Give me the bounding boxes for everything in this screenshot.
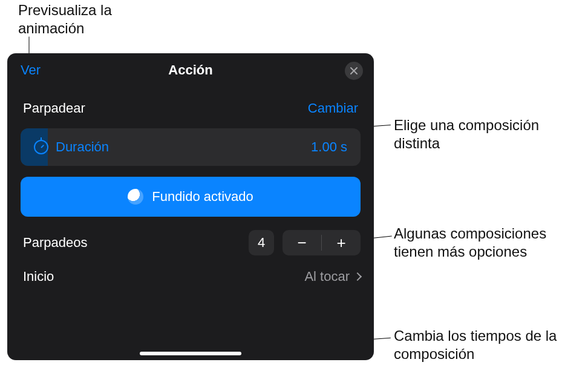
fade-option-label: Fundido activado [152,189,253,205]
duration-label: Duración [56,139,109,155]
blinks-value: 4 [249,230,274,255]
preview-button[interactable]: Ver [21,62,41,78]
duration-slider[interactable]: Duración 1.00 s [21,128,361,166]
duration-value: 1.00 s [311,139,347,155]
stage: Previsualiza la animación Elige una comp… [0,0,588,365]
panel-header: Ver Acción [7,53,374,87]
action-panel: Ver Acción Parpadear Cambiar Duración 1.… [7,53,374,360]
increment-button[interactable]: + [322,230,361,255]
close-button[interactable] [345,62,363,80]
fade-icon [128,189,143,205]
duration-label-group: Duración [34,139,109,155]
decrement-button[interactable]: − [283,230,321,255]
blinks-controls: 4 − + [249,230,361,255]
start-value-group: Al tocar [304,269,361,284]
blinks-label: Parpadeos [23,235,87,251]
start-value: Al tocar [304,269,350,284]
change-effect-button[interactable]: Cambiar [308,100,358,116]
home-indicator [140,352,241,355]
fade-option-button[interactable]: Fundido activado [21,177,361,217]
effect-name: Parpadear [23,100,85,116]
effect-row: Parpadear Cambiar [7,87,374,125]
stopwatch-icon [34,140,48,154]
annotation-options: Algunas composiciones tienen más opcione… [394,225,588,261]
blinks-stepper: − + [283,230,361,255]
annotation-change: Elige una composición distinta [394,116,588,153]
blinks-row: Parpadeos 4 − + [7,217,374,255]
chevron-right-icon [353,272,362,281]
annotation-preview: Previsualiza la animación [18,1,151,38]
close-icon [350,67,358,74]
annotation-timing: Cambia los tiempos de la composición [394,327,588,363]
duration-card: Duración 1.00 s [21,128,361,166]
panel-title: Acción [168,62,212,78]
start-label: Inicio [23,269,54,284]
start-row[interactable]: Inicio Al tocar [7,255,374,289]
